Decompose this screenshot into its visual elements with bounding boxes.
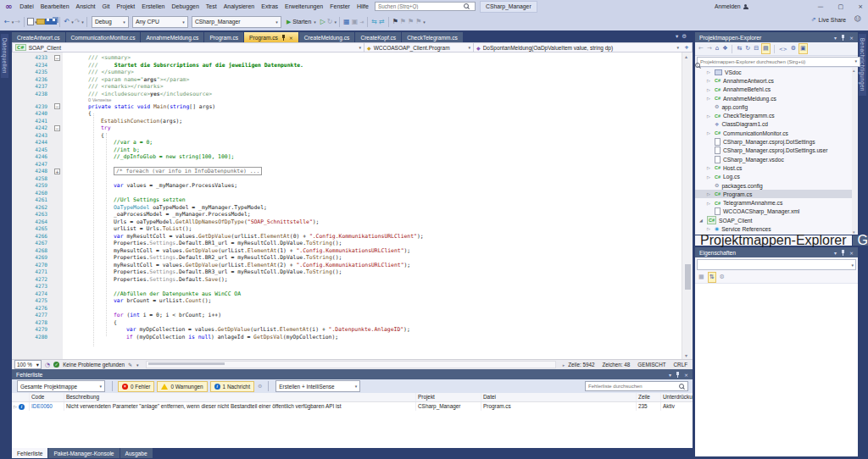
scroll-down-icon[interactable]: ▾	[853, 230, 855, 235]
tree-item[interactable]: ▷◉Service References	[695, 224, 858, 233]
explorer-tab-git-nderungen[interactable]: Git-Änderungen	[853, 235, 868, 246]
tree-item[interactable]: ▷C#CommunicationMonitor.cs	[695, 129, 858, 137]
expander-icon[interactable]: ▷	[707, 191, 712, 196]
tree-item[interactable]: CSharp_Manager.vsdoc	[695, 155, 858, 163]
hscroll-right-icon[interactable]: ▸	[563, 362, 565, 368]
start-debugging-button[interactable]: ▶ Starten ▾	[283, 16, 320, 27]
tree-item[interactable]: ▷⚙Properties	[695, 234, 858, 235]
expander-icon[interactable]: ▷	[707, 130, 712, 135]
menu-bearbeiten[interactable]: Bearbeiten	[37, 0, 73, 13]
editor-vertical-scrollbar[interactable]: ▴ ▾	[682, 53, 693, 359]
editor-horizontal-scrollbar[interactable]	[146, 361, 556, 368]
tree-scrollbar[interactable]: ▴ ▾	[852, 68, 858, 235]
hot-reload-dropdown[interactable]: ▾	[335, 19, 337, 25]
close-icon[interactable]: ×	[849, 250, 854, 256]
redo-icon[interactable]: ↷	[75, 18, 81, 26]
edit-pencil-icon[interactable]: ✎	[128, 362, 132, 368]
header-projekt[interactable]: Projekt	[416, 393, 481, 401]
properties-titlebar[interactable]: Eigenschaften ▾ ×	[695, 247, 858, 257]
home-icon[interactable]: ⌂	[715, 44, 720, 53]
panel-dropdown-icon[interactable]: ▾	[834, 250, 837, 256]
undo-dropdown[interactable]: ▾	[71, 19, 74, 25]
document-tab[interactable]: CheckTelegramm.cs	[402, 32, 463, 42]
code-cell[interactable]: IDE0060	[30, 402, 64, 411]
project-dropdown[interactable]: C# SOAP_Client ▾	[13, 43, 364, 52]
wrench-icon[interactable]: ⚙	[790, 44, 797, 53]
document-tab[interactable]: CreateAntwort.cs	[12, 32, 65, 42]
properties-icon[interactable]: ▣	[798, 43, 808, 54]
indent-icon[interactable]: ⇥	[359, 18, 364, 26]
tree-item[interactable]: ▷C#CheckTelegramm.cs	[695, 111, 858, 119]
pin-icon[interactable]	[841, 250, 845, 256]
startup-projects-dropdown[interactable]: CSharp_Manager▾	[192, 16, 281, 28]
navigate-backward-icon[interactable]: ←	[4, 18, 10, 26]
menu-erstellen[interactable]: Erstellen	[138, 0, 168, 13]
back-icon[interactable]: ←	[698, 44, 704, 53]
live-share-button[interactable]: ⇗ Live Share	[811, 16, 846, 23]
pin-icon[interactable]	[676, 372, 680, 378]
sidebar-tab-datenquellen[interactable]: Datenquellen	[1, 34, 8, 78]
tree-item[interactable]: ▷C#TelegrammAnnahme.cs	[695, 198, 858, 207]
tree-item[interactable]: ❖ClassDiagram1.cd	[695, 120, 858, 129]
toolbar-options-dropdown[interactable]: ▾	[423, 19, 426, 25]
tab-settings-gear-icon[interactable]: ⚙	[682, 33, 687, 40]
expander-icon[interactable]: ▷	[707, 113, 712, 119]
step-over-icon[interactable]: ⇆	[371, 18, 377, 26]
next-bookmark-icon[interactable]: ⚑	[408, 18, 414, 26]
menu-hilfe[interactable]: Hilfe	[353, 0, 372, 13]
search-input[interactable]	[375, 2, 476, 11]
tree-item[interactable]: ▷C#Log.cs	[695, 173, 858, 181]
status-item[interactable]: Zeichen: 48	[602, 362, 630, 368]
header-unterdrckungszus[interactable]: Unterdrückungszus...	[661, 393, 693, 401]
explorer-tab-projektmappen-explorer[interactable]: Projektmappen-Explorer	[695, 235, 852, 246]
previous-bookmark-icon[interactable]: ⚑	[400, 18, 406, 26]
property-pages-icon[interactable]: ⚙	[719, 273, 726, 282]
document-outline-icon[interactable]: ▣	[352, 18, 359, 26]
intellisense-filter-dropdown[interactable]: Erstellen + IntelliSense▾	[275, 380, 360, 392]
refresh-icon[interactable]: ↻	[744, 44, 751, 53]
fold-marker[interactable]: +	[54, 169, 60, 174]
view-code-icon[interactable]: <>	[778, 44, 788, 53]
save-all-icon[interactable]	[51, 19, 57, 25]
tree-item[interactable]: ▷C#AnnahmeBefehl.cs	[695, 86, 858, 94]
scroll-up-icon[interactable]: ▴	[685, 53, 687, 59]
error-scope-dropdown[interactable]: Gesamte Projektmappe▾	[17, 380, 105, 392]
close-icon[interactable]: ×	[289, 35, 293, 41]
show-all-files-icon[interactable]: ▤	[761, 43, 771, 54]
fold-marker[interactable]: −	[54, 103, 60, 109]
menu-debuggen[interactable]: Debuggen	[169, 0, 203, 13]
document-tab[interactable]: CommunicationMonitor.cs	[66, 32, 141, 42]
status-item[interactable]: GEMISCHT	[637, 362, 665, 368]
expander-icon[interactable]: ▷	[707, 87, 712, 92]
tree-item[interactable]: CSharp_Manager.csproj.DotSettings.user	[695, 147, 858, 155]
find-in-files-icon[interactable]: ▦	[343, 18, 350, 26]
menu-ansicht[interactable]: Ansicht	[73, 0, 99, 13]
tree-item[interactable]: ▷C#Program.cs	[695, 190, 858, 198]
tree-item[interactable]: ▷C#AnnahmeAntwort.cs	[695, 76, 858, 85]
clear-bookmarks-icon[interactable]: ⚑	[415, 18, 421, 26]
solution-explorer-titlebar[interactable]: Projektmappen-Explorer ▾ ×	[695, 32, 858, 42]
expander-icon[interactable]: ▷	[707, 226, 712, 231]
collapse-all-icon[interactable]: ⊟	[753, 44, 760, 53]
panel-dropdown-icon[interactable]: ▾	[834, 35, 837, 41]
type-dropdown[interactable]: ◆ WCCOASOAP_Client.Program ▾	[364, 43, 474, 52]
redo-dropdown[interactable]: ▾	[81, 19, 84, 25]
expander-icon[interactable]: ▷	[707, 96, 712, 101]
save-icon[interactable]	[45, 19, 51, 25]
expander-icon[interactable]: ▷	[707, 69, 712, 75]
panel-tab-paket-manager-konsole[interactable]: Paket-Manager-Konsole	[48, 448, 119, 458]
expander-icon[interactable]: ▷	[707, 165, 712, 170]
fold-marker[interactable]: −	[54, 55, 60, 61]
properties-object-dropdown[interactable]: ▾	[697, 259, 856, 270]
close-icon[interactable]: ×	[849, 35, 854, 41]
header-code[interactable]: Code	[30, 393, 64, 401]
document-tab[interactable]: CreateMeldung.cs	[299, 32, 355, 42]
solution-platforms-dropdown[interactable]: Any CPU▾	[132, 16, 188, 28]
messages-filter-button[interactable]: i 1 Nachricht	[210, 381, 254, 392]
split-window-button[interactable]: +	[682, 43, 692, 52]
menu-analysieren[interactable]: Analysieren	[220, 0, 259, 13]
tree-item[interactable]: ⚙packages.config	[695, 181, 858, 190]
tree-item[interactable]: ⚙app.config	[695, 102, 858, 111]
document-tab[interactable]: Program.cs×	[244, 32, 298, 42]
navigate-forward-icon[interactable]: →	[14, 18, 20, 26]
